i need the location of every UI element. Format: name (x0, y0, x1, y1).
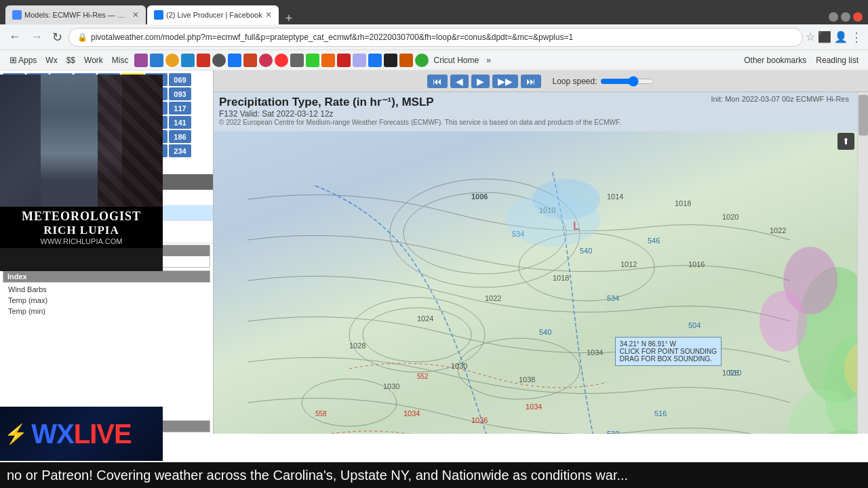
bm-icon-17[interactable] (384, 54, 397, 67)
tab2-close[interactable]: ✕ (265, 10, 272, 20)
extensions-button[interactable]: ⬛ (818, 30, 831, 43)
acoustic-foam (98, 75, 163, 207)
bm-icon-4[interactable] (181, 54, 195, 67)
address-text: pivotalweather.com/model.php?m=ecmwf_ful… (91, 33, 573, 42)
bm-icon-10[interactable] (275, 54, 288, 67)
bm-icon-19[interactable] (415, 54, 429, 67)
reload-button[interactable]: ↻ (49, 28, 66, 46)
scrollbar[interactable] (857, 92, 868, 434)
tab2-title: (2) Live Producer | Facebook (166, 11, 262, 19)
bm-icon-7[interactable] (228, 54, 241, 67)
lightning-bolt-icon: ⚡ (4, 423, 28, 445)
forward-button[interactable]: → (27, 28, 46, 45)
live-part: LIVE (74, 419, 132, 449)
back-button[interactable]: ← (5, 28, 24, 45)
apps-bookmark[interactable]: ⊞ Apps (5, 54, 41, 66)
menu-button[interactable]: ⋮ (850, 30, 863, 45)
browser-chrome: Models: ECMWF Hi-Res — Pivot... ✕ (2) Li… (0, 0, 868, 70)
map-init: Init: Mon 2022-03-07 00z ECMWF Hi-Res (711, 95, 849, 103)
bookmark-star-button[interactable]: ☆ (806, 30, 815, 43)
wxlive-text: WXLIVE (31, 419, 131, 449)
map-controls-bar: ⏮ ◀ ▶ ▶▶ ⏭ Loop speed: (214, 70, 868, 92)
map-play-button[interactable]: ▶ (471, 75, 490, 88)
tab1-close[interactable]: ✕ (132, 10, 139, 20)
share-button[interactable]: ⬆ (837, 133, 854, 150)
bm-icon-15[interactable] (353, 54, 366, 67)
map-last-button[interactable]: ⏭ (521, 75, 541, 88)
work-bookmark[interactable]: Work (80, 54, 107, 66)
tab-2[interactable]: (2) Live Producer | Facebook ✕ (147, 5, 279, 24)
wxlive-banner: ⚡ WXLIVE (0, 407, 163, 461)
grid-cell-069[interactable]: 069 (169, 73, 191, 86)
minimize-button[interactable] (829, 12, 838, 22)
bm-icon-11[interactable] (290, 54, 304, 67)
more-bookmarks-button[interactable]: » (484, 54, 494, 66)
account-button[interactable]: 👤 (834, 30, 848, 43)
presenter-overlay: Meteorologist Rich Lupia www.richlupia.c… (0, 75, 163, 271)
nav-bar: ← → ↻ 🔒 pivotalweather.com/model.php?m=e… (0, 24, 868, 50)
ticker-bar: no or Patreon! Covering weather across t… (0, 462, 868, 488)
apps-grid-icon: ⊞ (9, 55, 17, 65)
bm-icon-16[interactable] (368, 54, 382, 67)
grid-cell-186[interactable]: 186 (169, 130, 191, 143)
wind-barbs-panel-2: Wind Barbs (0, 284, 213, 295)
map-copyright: © 2022 European Centre for Medium-range … (219, 119, 863, 126)
address-lock-icon: 🔒 (77, 33, 87, 42)
map-first-button[interactable]: ⏮ (427, 75, 448, 88)
map-prev-button[interactable]: ◀ (450, 75, 469, 88)
tooltip-coords: 34.21° N 86.91° W (620, 340, 717, 348)
bm-icon-2[interactable] (150, 54, 163, 67)
grid-cell-141[interactable]: 141 (169, 116, 191, 129)
meteorologist-title: Meteorologist (1, 209, 161, 224)
wx-part: WX (31, 419, 73, 449)
index-panel: Index (3, 270, 210, 283)
wx-bookmark[interactable]: Wx (41, 54, 61, 66)
bm-icon-18[interactable] (399, 54, 413, 67)
grid-cell-093[interactable]: 093 (169, 87, 191, 100)
map-visualization[interactable]: 1006 1010 1014 1018 1020 1022 1016 1012 … (214, 131, 857, 434)
bm-icon-1[interactable] (134, 54, 148, 67)
apps-label: Apps (18, 56, 37, 65)
index-title: Index (3, 271, 210, 282)
other-bookmarks[interactable]: Other bookmarks (740, 54, 810, 66)
grid-cell-117[interactable]: 117 (169, 102, 191, 115)
map-valid: F132 Valid: Sat 2022-03-12 12z (219, 109, 434, 119)
temp-min-item[interactable]: Temp (min) (0, 306, 213, 317)
bm-icon-9[interactable] (259, 54, 273, 67)
svg-point-54 (532, 179, 600, 220)
bm-icon-12[interactable] (306, 54, 319, 67)
grid-cell-234[interactable]: 234 (169, 144, 191, 157)
money-bookmark[interactable]: $$ (62, 54, 79, 66)
bm-icon-3[interactable] (165, 54, 179, 67)
address-bar[interactable]: 🔒 pivotalweather.com/model.php?m=ecmwf_f… (68, 28, 803, 47)
reading-list[interactable]: Reading list (812, 54, 863, 66)
wind-barbs-item-2[interactable]: Wind Barbs (3, 284, 213, 295)
loop-speed-slider[interactable] (600, 76, 654, 87)
temp-max-item[interactable]: Temp (max) (0, 295, 213, 306)
meteorologist-website: www.richlupia.com (1, 237, 161, 245)
cricut-home-bookmark[interactable]: Cricut Home (430, 54, 484, 66)
svg-point-52 (760, 291, 807, 352)
tab-bar: Models: ECMWF Hi-Res — Pivot... ✕ (2) Li… (0, 0, 868, 24)
map-title: Precipitation Type, Rate (in hr⁻¹), MSLP (219, 95, 434, 109)
bm-icon-14[interactable] (337, 54, 351, 67)
bm-icon-6[interactable] (212, 54, 226, 67)
close-window-button[interactable] (853, 12, 863, 22)
map-title-area: Precipitation Type, Rate (in hr⁻¹), MSLP… (214, 92, 868, 129)
map-next-button[interactable]: ▶▶ (492, 75, 518, 88)
map-coordinate-tooltip[interactable]: 34.21° N 86.91° W CLICK FOR POINT SOUNDI… (615, 337, 722, 366)
webcam-video (0, 75, 163, 207)
scrollbar-thumb[interactable] (859, 95, 868, 136)
meteorologist-name: Rich Lupia (1, 224, 161, 237)
misc-bookmark[interactable]: Misc (108, 54, 133, 66)
bm-icon-5[interactable] (197, 54, 210, 67)
map-container: ⏮ ◀ ▶ ▶▶ ⏭ Loop speed: Precipitation Typ… (214, 70, 868, 434)
bm-icon-13[interactable] (321, 54, 335, 67)
bookmarks-bar: ⊞ Apps Wx $$ Work Misc Cricut Home » Oth… (0, 50, 868, 70)
new-tab-button[interactable]: + (280, 12, 298, 24)
maximize-button[interactable] (841, 12, 850, 22)
tab-1[interactable]: Models: ECMWF Hi-Res — Pivot... ✕ (5, 5, 146, 24)
tab1-favicon (12, 10, 22, 20)
tooltip-box: DRAG FOR BOX SOUNDING. (620, 355, 717, 363)
bm-icon-8[interactable] (243, 54, 257, 67)
